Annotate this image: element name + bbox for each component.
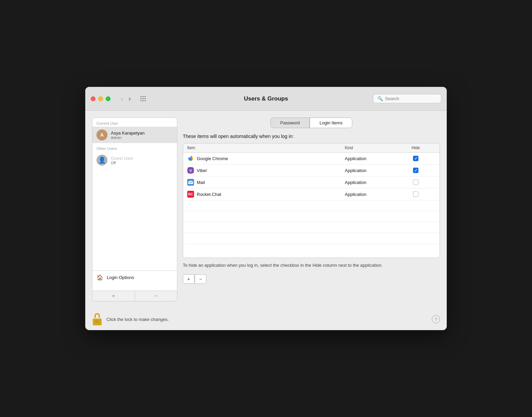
rocketchat-icon: RC [187,191,194,198]
panel-controls: + − [183,274,440,284]
nav-buttons: ‹ › [119,93,133,104]
back-chevron-icon: ‹ [121,95,123,103]
lock-icon [92,313,102,325]
mail-name: Mail [197,180,205,185]
rocket-name: Rocket.Chat [197,192,221,197]
mail-kind: Application [341,177,402,187]
item-name-viber: V Viber [183,165,341,176]
rocket-hide [402,189,429,199]
login-items-table: Item Kind Hide [183,143,440,258]
guest-user-icon: 👤 [98,156,106,164]
empty-row [183,211,440,222]
empty-row-last [183,244,440,258]
house-icon: 🏠 [97,274,103,281]
window: ‹ › Users & Groups 🔍 Current User [85,87,447,330]
avatar-asya: A [97,129,107,140]
sidebar-item-guest[interactable]: 👤 Guest User Off [92,152,177,168]
table-row: Google Chrome Application [183,153,440,165]
sidebar-item-asya[interactable]: A Asya Karapetyan Admin [92,127,177,143]
asya-role: Admin [111,136,145,140]
header-item: Item [183,143,341,152]
header-spacer [429,143,440,152]
mail-icon [187,179,194,186]
panel-hint: To hide an application when you log in, … [183,262,440,269]
chrome-name: Google Chrome [197,156,228,161]
current-user-label: Current User [92,118,177,127]
chrome-hide [402,153,429,164]
lock-text: Click the lock to make changes. [106,317,169,322]
item-name-mail: Mail [183,176,341,188]
chrome-extra [429,156,440,161]
search-input[interactable] [385,96,437,101]
apps-grid-button[interactable] [138,95,148,103]
sidebar-spacer [92,168,177,271]
window-title: Users & Groups [244,95,288,102]
chrome-kind: Application [341,154,402,164]
empty-row [183,233,440,244]
add-user-button[interactable]: + [92,291,135,301]
asya-name: Asya Karapetyan [111,130,145,136]
svg-text:RC: RC [188,192,193,196]
footer: Click the lock to make changes. ? [85,308,447,330]
table-header: Item Kind Hide [183,143,440,153]
svg-text:V: V [189,169,192,173]
viber-kind: Application [341,166,402,175]
mail-hide-checkbox[interactable] [413,180,418,185]
close-button[interactable] [91,96,95,101]
forward-button[interactable]: › [127,93,133,104]
empty-row [183,222,440,233]
help-button[interactable]: ? [432,315,440,323]
viber-hide-checkbox[interactable] [413,168,418,173]
login-options-label: Login Options [107,275,134,280]
tab-password[interactable]: Password [270,118,310,128]
search-bar[interactable]: 🔍 [373,94,441,103]
lock-section[interactable]: Click the lock to make changes. [92,313,169,325]
back-button[interactable]: ‹ [119,93,125,104]
traffic-lights [91,96,110,101]
rocket-kind: Application [341,189,402,199]
remove-item-button[interactable]: − [195,274,206,284]
guest-status: Off [111,161,133,165]
viber-icon: V [187,167,194,174]
header-hide: Hide [402,143,429,152]
table-row: RC Rocket.Chat Application [183,188,440,200]
avatar-guest: 👤 [97,155,107,166]
empty-row [183,200,440,211]
svg-point-2 [190,157,192,160]
other-users-label: Other Users [92,143,177,152]
titlebar: ‹ › Users & Groups 🔍 [85,87,447,111]
item-name-rocket: RC Rocket.Chat [183,188,341,200]
viber-name: Viber [197,168,207,173]
viber-extra [429,168,440,173]
right-panel: Password Login Items These items will op… [183,118,440,302]
fullscreen-button[interactable] [106,96,110,101]
item-name-chrome: Google Chrome [183,153,341,164]
minimize-button[interactable] [98,96,103,101]
tab-login-items[interactable]: Login Items [310,118,352,128]
viber-hide [402,165,429,175]
search-icon: 🔍 [378,96,383,101]
chrome-hide-checkbox[interactable] [413,156,418,161]
main-content: Current User A Asya Karapetyan Admin Oth… [85,111,447,308]
table-row: V Viber Application [183,165,440,176]
rocket-extra [429,192,440,197]
chrome-icon [187,155,194,162]
sidebar-list: Current User A Asya Karapetyan Admin Oth… [92,118,177,291]
sidebar: Current User A Asya Karapetyan Admin Oth… [92,118,177,302]
avatar-face-asya: A [97,129,107,140]
mail-extra [429,180,440,185]
guest-info: Guest User Off [111,156,133,165]
add-item-button[interactable]: + [183,274,194,284]
remove-user-button[interactable]: − [135,291,177,301]
asya-info: Asya Karapetyan Admin [111,130,145,140]
forward-chevron-icon: › [129,95,131,103]
mail-hide [402,177,429,187]
tab-bar: Password Login Items [183,118,440,128]
header-kind: Kind [341,143,402,152]
table-row: Mail Application [183,176,440,188]
panel-description: These items will open automatically when… [183,134,440,139]
login-options-item[interactable]: 🏠 Login Options [92,271,177,284]
guest-name: Guest User [111,156,133,161]
sidebar-controls: + − [92,291,177,302]
rocket-hide-checkbox[interactable] [413,191,418,197]
